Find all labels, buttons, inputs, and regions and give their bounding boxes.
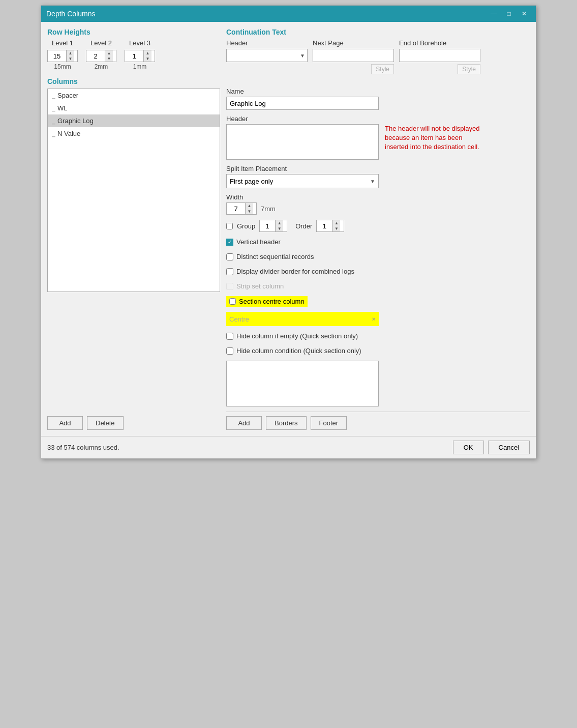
footer-button[interactable]: Footer	[311, 416, 347, 430]
level3-spinner-buttons: ▲ ▼	[143, 50, 151, 62]
cont-end-style-button[interactable]: Style	[458, 64, 480, 74]
cont-nextpage-style-button[interactable]: Style	[371, 64, 394, 74]
level2-unit: 2mm	[95, 63, 108, 70]
distinct-sequential-row: Distinct sequential records	[226, 252, 530, 261]
group-down-button[interactable]: ▼	[275, 226, 283, 231]
width-input[interactable]	[227, 204, 245, 214]
form-section: Name Header The header will not be displ…	[226, 88, 530, 430]
columns-list[interactable]: ⎯ Spacer ⎯ WL ⎯ Graphic Log ⎯ N Value	[47, 89, 220, 292]
header-content-row: The header will not be displayed because…	[226, 124, 530, 160]
minimize-button[interactable]: ―	[487, 9, 500, 19]
cont-header-select[interactable]: ▼	[226, 49, 308, 62]
close-button[interactable]: ✕	[518, 9, 531, 19]
width-spinner[interactable]: ▲ ▼	[226, 202, 257, 215]
cont-end-group: End of Borehole Style	[399, 39, 480, 74]
split-placement-select-wrapper[interactable]: First page only ▼	[226, 174, 379, 188]
row-heights-title: Row Heights	[47, 28, 220, 36]
vertical-header-checkbox[interactable]: ✓	[226, 239, 233, 246]
group-value-input[interactable]	[260, 221, 275, 231]
column-item-wl[interactable]: ⎯ WL	[48, 102, 220, 114]
section-centre-checkbox[interactable]	[229, 298, 236, 305]
cancel-button[interactable]: Cancel	[488, 441, 530, 454]
order-down-button[interactable]: ▼	[332, 226, 340, 231]
level3-input[interactable]	[125, 51, 143, 61]
level3-unit: 1mm	[133, 63, 147, 70]
level1-spinner[interactable]: ▲ ▼	[47, 50, 78, 62]
distinct-sequential-checkbox[interactable]	[226, 253, 233, 260]
column-item-graphic-log[interactable]: ⎯ Graphic Log	[48, 114, 220, 127]
distinct-sequential-label: Distinct sequential records	[236, 253, 314, 260]
ok-button[interactable]: OK	[453, 441, 484, 454]
cont-header-label: Header	[226, 39, 308, 47]
level3-group: Level 3 ▲ ▼ 1mm	[125, 39, 155, 70]
condition-textarea[interactable]	[226, 361, 379, 406]
level2-spinner[interactable]: ▲ ▼	[86, 50, 116, 62]
level3-up-button[interactable]: ▲	[143, 50, 151, 56]
cont-end-label: End of Borehole	[399, 39, 480, 47]
right-add-button[interactable]: Add	[226, 416, 262, 430]
level2-down-button[interactable]: ▼	[105, 56, 113, 62]
level3-down-button[interactable]: ▼	[143, 56, 151, 62]
split-placement-row: Split Item Placement First page only ▼	[226, 165, 530, 188]
header-textarea[interactable]	[226, 124, 379, 160]
section-centre-label: Section centre column	[239, 298, 305, 305]
display-divider-row: Display divider border for combined logs	[226, 267, 530, 276]
level2-spinner-buttons: ▲ ▼	[105, 50, 113, 62]
split-placement-label: Split Item Placement	[226, 165, 530, 172]
group-spinner[interactable]: ▲ ▼	[259, 220, 287, 232]
hide-condition-checkbox[interactable]	[226, 347, 233, 355]
vertical-header-row: ✓ Vertical header	[226, 237, 530, 247]
strip-set-row: Strip set column	[226, 281, 530, 291]
order-label: Order	[295, 222, 312, 230]
left-add-button[interactable]: Add	[47, 416, 83, 430]
width-spinner-buttons: ▲ ▼	[245, 203, 253, 214]
cont-nextpage-label: Next Page	[313, 39, 394, 47]
display-divider-checkbox[interactable]	[226, 268, 233, 275]
section-centre-highlighted: Section centre column	[226, 296, 308, 307]
tree-line: ⎯	[52, 93, 55, 99]
level1-down-button[interactable]: ▼	[66, 56, 74, 62]
cont-end-input[interactable]	[399, 49, 480, 62]
vertical-header-label: Vertical header	[236, 238, 281, 246]
dropdown-arrow-icon: ▼	[300, 53, 305, 59]
order-value-input[interactable]	[317, 221, 332, 231]
maximize-button[interactable]: □	[502, 9, 515, 19]
level3-spinner[interactable]: ▲ ▼	[125, 50, 155, 62]
group-label: Group	[237, 222, 255, 230]
level2-group: Level 2 ▲ ▼ 2mm	[86, 39, 116, 70]
level2-input[interactable]	[86, 51, 105, 61]
right-bottom-buttons: Add Borders Footer	[226, 412, 530, 430]
cont-nextpage-input[interactable]	[313, 49, 394, 62]
order-spinner[interactable]: ▲ ▼	[316, 220, 344, 232]
order-up-button[interactable]: ▲	[332, 220, 340, 226]
name-input[interactable]	[226, 97, 379, 110]
column-item-label: Spacer	[57, 92, 78, 99]
hide-condition-row: Hide column condition (Quick section onl…	[226, 346, 530, 356]
left-bottom-buttons: Add Delete	[47, 414, 220, 430]
width-down-button[interactable]: ▼	[245, 209, 253, 214]
hide-if-empty-checkbox[interactable]	[226, 333, 233, 340]
width-up-button[interactable]: ▲	[245, 203, 253, 209]
tree-line: ⎯	[52, 131, 55, 137]
centre-dropdown-wrapper[interactable]: Centre ✕	[226, 312, 379, 326]
group-up-button[interactable]: ▲	[275, 220, 283, 226]
header-label: Header	[226, 115, 530, 123]
level1-input[interactable]	[48, 51, 66, 61]
group-checkbox[interactable]	[226, 223, 233, 229]
cont-header-select-input[interactable]	[229, 52, 300, 60]
level2-up-button[interactable]: ▲	[105, 50, 113, 56]
borders-button[interactable]: Borders	[266, 416, 307, 430]
centre-dropdown[interactable]: Centre	[229, 315, 376, 323]
continuation-section: Continuation Text Header ▼	[226, 28, 530, 74]
footer-status: 33 of 574 columns used.	[47, 444, 119, 451]
levels-row: Level 1 ▲ ▼ 15mm Level 2	[47, 39, 220, 70]
level1-group: Level 1 ▲ ▼ 15mm	[47, 39, 78, 70]
row-heights-section: Row Heights Level 1 ▲ ▼ 15mm	[47, 28, 220, 72]
level1-up-button[interactable]: ▲	[66, 50, 74, 56]
window-title: Depth Columns	[46, 10, 96, 18]
left-delete-button[interactable]: Delete	[87, 416, 124, 430]
split-placement-select[interactable]: First page only	[227, 174, 378, 188]
column-item-spacer[interactable]: ⎯ Spacer	[48, 89, 220, 102]
column-item-n-value[interactable]: ⎯ N Value	[48, 127, 220, 140]
level2-label: Level 2	[90, 39, 112, 47]
